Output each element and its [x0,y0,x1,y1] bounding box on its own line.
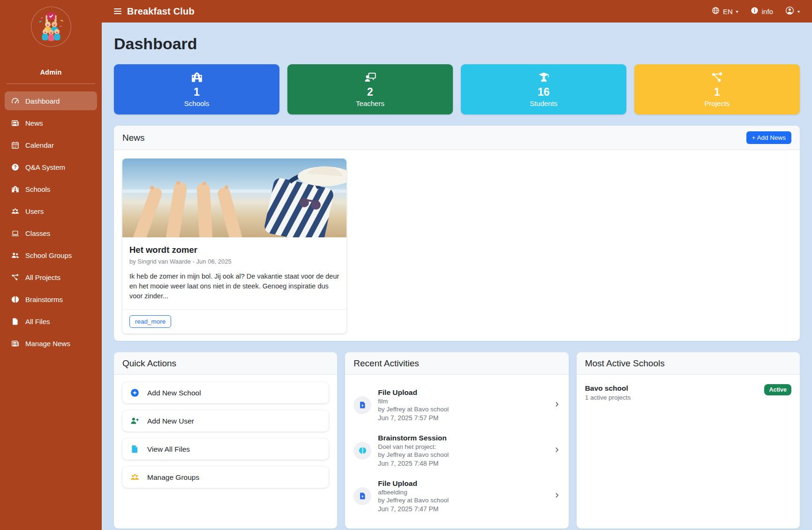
news-section-title: News [122,133,145,143]
quick-action-label: Manage Groups [147,473,199,482]
user-circle-icon [785,6,794,16]
stat-label: Projects [634,99,800,107]
speedometer-icon [11,97,19,105]
sidebar-item-users[interactable]: Users [5,202,97,220]
sidebar-item-school-groups[interactable]: School Groups [5,246,97,265]
quick-action-add-new-user[interactable]: Add New User [122,410,329,432]
activity-row-file-upload-afbeelding[interactable]: File Upload afbeelding by Jeffrey at Bav… [353,473,560,519]
activity-text: Brainstorm Session Doel van het project:… [378,434,549,467]
file-icon [130,445,139,454]
recent-activities-header: Recent Activities [345,352,568,375]
stat-label: Students [461,99,626,107]
sidebar-item-news[interactable]: News [5,114,97,132]
school-name: Bavo school [585,384,631,393]
diagram-icon [11,273,19,281]
calendar-icon [11,141,19,149]
quick-action-add-new-school[interactable]: Add New School [122,382,329,403]
stat-value: 1 [114,86,279,98]
sidebar-item-all-projects[interactable]: All Projects [5,268,97,287]
diagram-icon [634,71,800,83]
most-active-schools-panel: Most Active Schools Bavo school 1 active… [577,352,800,529]
most-active-schools-body: Bavo school 1 active projects Active [577,375,800,410]
dashboard-content: Dashboard 1 Schools 2 Teachers [102,23,812,530]
people-icon [11,251,19,259]
sidebar-item-all-files[interactable]: All Files [5,312,97,331]
recent-activities-panel: Recent Activities File Upload film by Je… [345,352,568,529]
sidebar-item-label: Classes [25,229,50,237]
main-area: Breakfast Club EN ▾ info [102,0,812,530]
stat-card-projects[interactable]: 1 Projects [634,64,800,114]
topbar-actions: EN ▾ info ▾ [712,6,800,16]
quick-action-manage-groups[interactable]: Manage Groups [122,467,329,488]
top-navbar: Breakfast Club EN ▾ info [102,0,812,23]
language-dropdown[interactable]: EN ▾ [712,7,738,16]
sidebar-item-classes[interactable]: Classes [5,224,97,242]
sidebar-divider [7,83,95,84]
activity-title: File Upload [378,388,549,397]
activity-row-file-upload-film[interactable]: File Upload film by Jeffrey at Bavo scho… [353,382,560,428]
sidebar-item-calendar[interactable]: Calendar [5,136,97,154]
logo-container [0,0,102,47]
file-icon [11,317,19,326]
most-active-schools-title: Most Active Schools [585,358,665,369]
sidebar-item-schools[interactable]: Schools [5,180,97,198]
brainstorm-icon [353,442,371,460]
stat-card-students[interactable]: 16 Students [461,64,626,114]
news-section: News + Add News [114,126,800,341]
quick-actions-title: Quick Actions [122,358,176,369]
stat-card-schools[interactable]: 1 Schools [114,64,279,114]
add-news-button[interactable]: + Add News [746,131,791,144]
sidebar-item-label: All Projects [25,273,60,281]
newspaper-icon [11,339,19,348]
activity-text: File Upload film by Jeffrey at Bavo scho… [378,388,549,422]
hamburger-menu-icon[interactable] [114,8,121,14]
school-info: Bavo school 1 active projects [585,384,631,401]
school-row-bavo[interactable]: Bavo school 1 active projects Active [585,382,791,403]
stat-label: Teachers [287,99,453,107]
quick-actions-header: Quick Actions [114,352,337,375]
laptop-icon [11,229,19,237]
brainstorm-icon [11,295,19,303]
file-upload-icon [353,487,371,505]
activity-byline: by Jeffrey at Bavo school [378,406,549,413]
activity-row-brainstorm-session[interactable]: Brainstorm Session Doel van het project:… [353,428,560,473]
sidebar-item-manage-news[interactable]: Manage News [5,334,97,353]
info-link[interactable]: info [751,7,773,16]
school-icon [114,71,279,83]
sidebar-nav: Dashboard News Calendar ? Q&A System [0,90,102,358]
activity-subtitle: film [378,398,549,405]
app-window: Admin Dashboard News Calendar [0,0,812,530]
sidebar: Admin Dashboard News Calendar [0,0,102,530]
sidebar-item-label: Users [25,207,44,215]
recent-activities-body: File Upload film by Jeffrey at Bavo scho… [345,375,568,526]
caret-down-icon: ▾ [736,9,738,14]
user-menu-dropdown[interactable]: ▾ [785,6,800,16]
news-article-byline: by Singrid van Waarde - Jun 06, 2025 [129,258,339,265]
app-title: Breakfast Club [127,6,195,17]
sidebar-item-label: Q&A System [25,163,65,171]
read-more-button[interactable]: read_more [129,315,171,328]
activity-subtitle: Doel van het project: [378,443,549,450]
sidebar-item-qa-system[interactable]: ? Q&A System [5,158,97,176]
sidebar-item-dashboard[interactable]: Dashboard [5,91,97,110]
beach-photo-illustration [122,159,346,237]
globe-icon [712,7,720,16]
quick-actions-panel: Quick Actions Add New School [114,352,337,529]
plus-circle-icon [130,388,139,397]
teacher-icon [287,71,453,83]
sidebar-item-label: School Groups [25,251,72,259]
sidebar-item-label: Calendar [25,141,54,149]
sidebar-item-label: Brainstorms [25,295,63,303]
breakfast-club-logo [31,7,71,47]
quick-action-view-all-files[interactable]: View All Files [122,439,329,460]
stat-card-teachers[interactable]: 2 Teachers [287,64,453,114]
activity-timestamp: Jun 7, 2025 7:48 PM [378,460,549,467]
sidebar-item-label: Schools [25,185,50,193]
quick-actions-body: Add New School Add New User [114,375,337,502]
news-section-body: Het wordt zomer by Singrid van Waarde - … [114,150,800,341]
school-icon [11,185,19,193]
sidebar-item-brainstorms[interactable]: Brainstorms [5,290,97,309]
sidebar-item-label: News [25,119,43,127]
info-icon [751,7,759,16]
file-upload-icon [353,396,371,414]
